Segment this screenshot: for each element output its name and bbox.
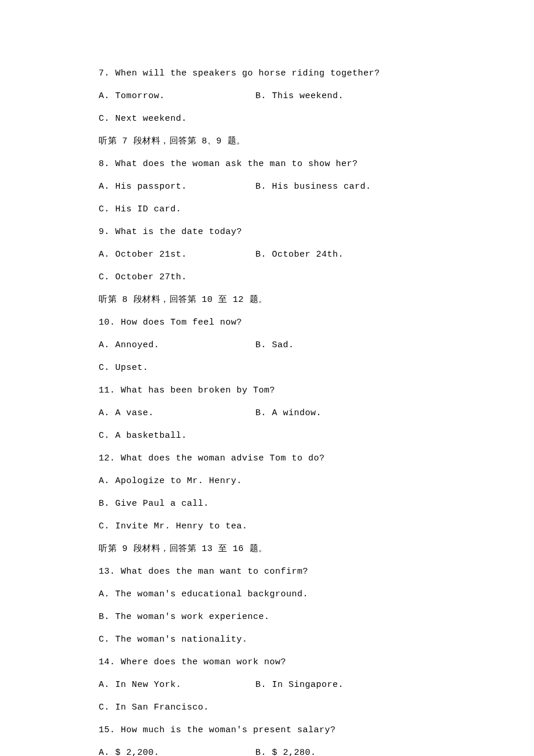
- options-row: A. $ 2,200. B. $ 2,280.: [99, 746, 435, 756]
- options-row: A. October 21st. B. October 24th.: [99, 248, 435, 262]
- question-text: 9. What is the date today?: [99, 225, 435, 239]
- option-b: B. October 24th.: [255, 248, 435, 262]
- option-c: C. Upset.: [99, 361, 435, 375]
- question-text: 11. What has been broken by Tom?: [99, 384, 435, 398]
- question-text: 8. What does the woman ask the man to sh…: [99, 157, 435, 171]
- option-b: B. The woman's work experience.: [99, 610, 435, 624]
- question-text: 12. What does the woman advise Tom to do…: [99, 452, 435, 466]
- question-text: 15. How much is the woman's present sala…: [99, 723, 435, 737]
- option-b: B. A window.: [255, 406, 435, 420]
- section-header: 听第 7 段材料，回答第 8、9 题。: [99, 135, 435, 149]
- question-text: 14. Where does the woman work now?: [99, 656, 435, 669]
- section-header: 听第 9 段材料，回答第 13 至 16 题。: [99, 542, 435, 556]
- option-b: B. In Singapore.: [255, 678, 435, 692]
- option-a: A. The woman's educational background.: [99, 588, 435, 602]
- option-a: A. His passport.: [99, 180, 255, 194]
- option-c: C. His ID card.: [99, 203, 435, 217]
- option-c: C. October 27th.: [99, 271, 435, 285]
- option-a: A. October 21st.: [99, 248, 255, 262]
- option-c: C. A basketball.: [99, 429, 435, 443]
- option-b: B. Give Paul a call.: [99, 497, 435, 511]
- option-a: A. Apologize to Mr. Henry.: [99, 474, 435, 488]
- question-text: 13. What does the man want to confirm?: [99, 565, 435, 579]
- options-row: A. Annoyed. B. Sad.: [99, 339, 435, 352]
- options-row: A. In New York. B. In Singapore.: [99, 678, 435, 692]
- option-c: C. Next weekend.: [99, 112, 435, 126]
- option-b: B. This weekend.: [255, 89, 435, 103]
- option-c: C. In San Francisco.: [99, 701, 435, 715]
- option-b: B. $ 2,280.: [255, 746, 435, 756]
- section-header: 听第 8 段材料，回答第 10 至 12 题。: [99, 293, 435, 307]
- option-a: A. In New York.: [99, 678, 255, 692]
- exam-page: 7. When will the speakers go horse ridin…: [0, 0, 534, 756]
- option-a: A. Annoyed.: [99, 339, 255, 352]
- options-row: A. His passport. B. His business card.: [99, 180, 435, 194]
- option-c: C. Invite Mr. Henry to tea.: [99, 520, 435, 534]
- option-b: B. Sad.: [255, 339, 435, 352]
- options-row: A. A vase. B. A window.: [99, 406, 435, 420]
- question-text: 7. When will the speakers go horse ridin…: [99, 67, 435, 81]
- option-a: A. $ 2,200.: [99, 746, 255, 756]
- option-c: C. The woman's nationality.: [99, 633, 435, 647]
- option-a: A. Tomorrow.: [99, 89, 255, 103]
- options-row: A. Tomorrow. B. This weekend.: [99, 89, 435, 103]
- question-text: 10. How does Tom feel now?: [99, 316, 435, 330]
- option-b: B. His business card.: [255, 180, 435, 194]
- option-a: A. A vase.: [99, 406, 255, 420]
